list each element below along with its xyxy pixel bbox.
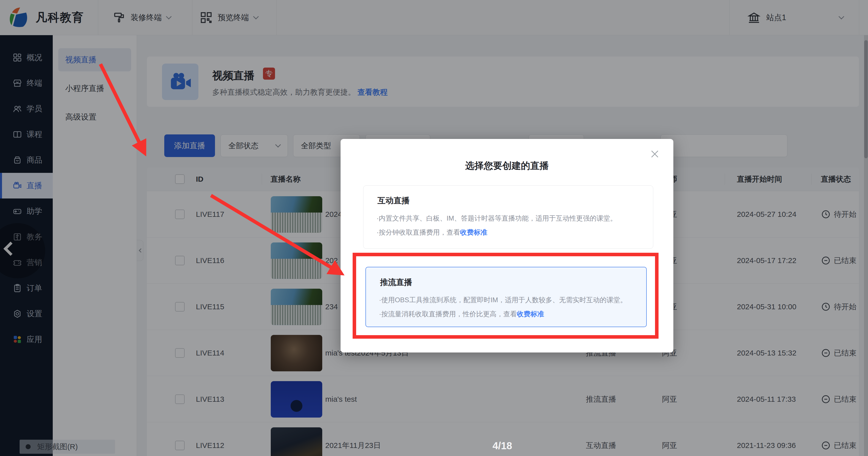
modal-title: 选择您要创建的直播 — [341, 159, 673, 172]
annotation-highlight-box — [352, 253, 658, 339]
option-description: ·按分钟收取直播费用，查看收费标准 — [376, 228, 487, 237]
option-title: 互动直播 — [377, 195, 410, 206]
option-interactive-live[interactable]: 互动直播 ·内置文件共享、白板、IM、答题计时器等直播功能，适用于互动性更强的课… — [363, 185, 653, 249]
option-description: ·内置文件共享、白板、IM、答题计时器等直播功能，适用于互动性更强的课堂。 — [376, 214, 617, 223]
pricing-link[interactable]: 收费标准 — [460, 229, 487, 236]
close-icon[interactable] — [649, 149, 660, 159]
page-indicator: 4/18 — [475, 440, 530, 452]
option-fee-text: ·按分钟收取直播费用，查看 — [376, 229, 460, 236]
app-root: 凡科教育 装修终端 预览终端 站点1 — [0, 0, 868, 456]
